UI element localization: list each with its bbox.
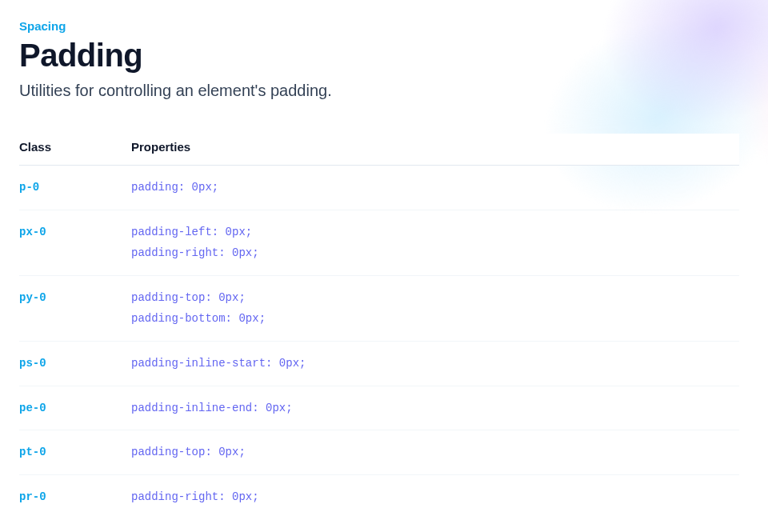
table-row: pt-0 padding-top: 0px; [19,430,739,475]
class-cell: pr-0 [19,474,131,510]
table-row: px-0 padding-left: 0px; padding-right: 0… [19,210,739,275]
reference-table-scroll[interactable]: Class Properties p-0 padding: 0px; px-0 … [19,134,749,510]
section-eyebrow: Spacing [19,19,749,33]
properties-cell: padding-left: 0px; padding-right: 0px; [131,210,739,275]
column-header-properties: Properties [131,134,739,166]
reference-table-body: p-0 padding: 0px; px-0 padding-left: 0px… [19,166,739,510]
column-header-class: Class [19,134,131,166]
page-container: Spacing Padding Utilities for controllin… [0,0,768,532]
class-cell: py-0 [19,275,131,341]
reference-table: Class Properties p-0 padding: 0px; px-0 … [19,134,739,510]
table-row: pr-0 padding-right: 0px; [19,474,739,510]
page-subtitle: Utilities for controlling an element's p… [19,82,749,100]
properties-cell: padding-top: 0px; [131,430,739,475]
properties-cell: padding-top: 0px; padding-bottom: 0px; [131,275,739,341]
class-cell: ps-0 [19,341,131,386]
table-row: p-0 padding: 0px; [19,166,739,210]
properties-cell: padding-right: 0px; [131,474,739,510]
properties-cell: padding-inline-end: 0px; [131,386,739,430]
class-cell: px-0 [19,210,131,275]
class-cell: pe-0 [19,386,131,430]
table-row: ps-0 padding-inline-start: 0px; [19,341,739,386]
class-cell: pt-0 [19,430,131,475]
table-row: py-0 padding-top: 0px; padding-bottom: 0… [19,275,739,341]
properties-cell: padding-inline-start: 0px; [131,341,739,386]
table-row: pe-0 padding-inline-end: 0px; [19,386,739,430]
page-title: Padding [19,38,749,74]
properties-cell: padding: 0px; [131,166,739,210]
class-cell: p-0 [19,166,131,210]
